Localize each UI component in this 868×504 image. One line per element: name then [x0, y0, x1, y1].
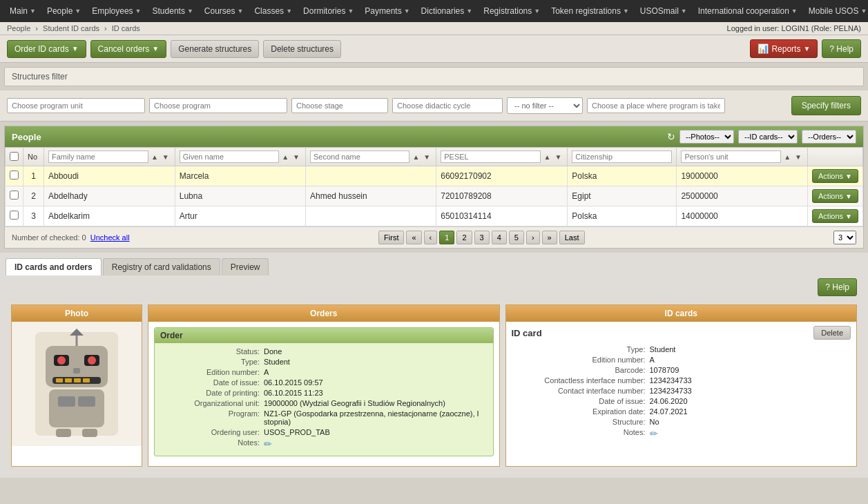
nav-usos-mail[interactable]: USOSmail ▼ — [635, 0, 693, 22]
photos-select[interactable]: --Photos-- — [679, 130, 734, 144]
row-checkbox[interactable] — [10, 171, 19, 180]
orders-select[interactable]: --Orders-- — [802, 130, 856, 144]
breadcrumb-people[interactable]: People — [7, 24, 30, 32]
order-org-unit-value: 19000000 (Wydzial Geografii i Studiów Re… — [264, 399, 445, 407]
page-3-button[interactable]: 3 — [474, 231, 490, 244]
last-page-button[interactable]: Last — [559, 231, 585, 244]
given-name-sort-asc[interactable]: ▲ — [280, 153, 290, 161]
nav-mobile[interactable]: Mobile USOS ▼ — [803, 0, 868, 22]
row-pesel: 72010789208 — [436, 186, 568, 206]
nav-payments[interactable]: Payments ▼ — [359, 0, 415, 22]
pesel-filter[interactable] — [441, 151, 541, 163]
given-name-filter[interactable] — [180, 151, 279, 163]
nav-employees[interactable]: Employees ▼ — [86, 0, 146, 22]
specify-filters-button[interactable]: Specify filters — [791, 96, 861, 115]
place-input[interactable] — [587, 98, 725, 113]
pesel-sort-asc[interactable]: ▲ — [542, 153, 552, 161]
row-checkbox[interactable] — [10, 211, 19, 220]
no-filter-select[interactable]: -- no filter -- — [507, 97, 583, 114]
nav-people[interactable]: People ▼ — [41, 0, 86, 22]
idcard-barcode-label: Barcode: — [512, 366, 650, 374]
tab-preview[interactable]: Preview — [222, 258, 269, 275]
idcard-header-row: ID card Delete — [512, 326, 851, 340]
nav-classes-arrow: ▼ — [286, 8, 292, 14]
row-checkbox[interactable] — [10, 191, 19, 200]
refresh-button[interactable]: ↻ — [667, 131, 675, 142]
select-all-checkbox[interactable] — [10, 152, 19, 161]
breadcrumb-student-id-cards[interactable]: Student ID cards — [43, 24, 99, 32]
nav-classes[interactable]: Classes ▼ — [249, 0, 298, 22]
tab-registry[interactable]: Registry of card validations — [103, 258, 220, 275]
second-name-sort-asc[interactable]: ▲ — [411, 153, 421, 161]
family-name-sort-desc[interactable]: ▼ — [161, 153, 171, 161]
persons-unit-sort-desc[interactable]: ▼ — [793, 153, 803, 161]
generate-structures-button[interactable]: Generate structures — [171, 40, 259, 58]
nav-dormitories[interactable]: Dormitories ▼ — [298, 0, 359, 22]
reports-button[interactable]: 📊 Reports ▼ — [750, 39, 818, 58]
nav-main[interactable]: Main ▼ — [4, 0, 41, 22]
stage-input[interactable] — [291, 98, 388, 113]
order-program-row: Program: NZ1-GP (Gospodarka przestrzenna… — [160, 409, 488, 426]
id-cards-select[interactable]: --ID cards-- — [738, 130, 798, 144]
bottom-help-button[interactable]: ? Help — [818, 278, 857, 296]
second-name-filter[interactable] — [310, 151, 409, 163]
help-button[interactable]: ? Help — [822, 39, 861, 58]
notes-edit-icon[interactable]: ✏ — [264, 438, 272, 449]
page-5-button[interactable]: 5 — [509, 231, 524, 244]
order-date-print-row: Date of printing: 06.10.2015 11:23 — [160, 389, 488, 397]
order-id-cards-button[interactable]: Order ID cards ▼ — [7, 40, 86, 58]
page-1-button[interactable]: 1 — [439, 231, 454, 244]
reports-arrow: ▼ — [803, 45, 810, 52]
didactic-cycle-input[interactable] — [392, 98, 503, 113]
row-actions-button[interactable]: Actions ▼ — [812, 169, 858, 183]
program-input[interactable] — [149, 98, 287, 113]
nav-courses[interactable]: Courses ▼ — [199, 0, 249, 22]
order-card-header: Order — [155, 328, 493, 343]
idcard-contact-label: Contact interface number: — [512, 387, 650, 395]
page-4-button[interactable]: 4 — [492, 231, 507, 244]
delete-structures-button[interactable]: Delete structures — [263, 40, 341, 58]
next-next-button[interactable]: » — [542, 231, 557, 244]
cancel-orders-button[interactable]: Cancel orders ▼ — [90, 40, 167, 58]
idcard-notes-edit-icon[interactable]: ✏ — [650, 428, 658, 439]
reports-icon: 📊 — [758, 43, 769, 54]
th-second-name: ▲ ▼ — [305, 148, 436, 166]
order-date-print-value: 06.10.2015 11:23 — [264, 389, 323, 397]
given-name-sort-desc[interactable]: ▼ — [291, 153, 301, 161]
first-page-button[interactable]: First — [378, 231, 404, 244]
second-name-sort-desc[interactable]: ▼ — [422, 153, 432, 161]
orders-panel: Orders Order Status: Done Type: Student — [148, 304, 500, 467]
program-unit-input[interactable] — [7, 98, 145, 113]
nav-international[interactable]: International cooperation ▼ — [693, 0, 803, 22]
persons-unit-sort-asc[interactable]: ▲ — [782, 153, 792, 161]
family-name-sort-asc[interactable]: ▲ — [150, 153, 160, 161]
nav-registrations[interactable]: Registrations ▼ — [478, 0, 546, 22]
pesel-sort-desc[interactable]: ▼ — [553, 153, 563, 161]
idcard-contact-row: Contact interface number: 1234234733 — [512, 387, 851, 395]
uncheck-all-link[interactable]: Uncheck all — [90, 233, 130, 242]
breadcrumb: People › Student ID cards › ID cards Log… — [0, 22, 868, 35]
delete-id-card-button[interactable]: Delete — [813, 326, 851, 340]
prev-button[interactable]: ‹ — [424, 231, 438, 244]
idcard-issue-row: Date of issue: 24.06.2020 — [512, 397, 851, 405]
citizenship-filter[interactable] — [572, 151, 672, 163]
order-program-label: Program: — [160, 409, 264, 426]
nav-dictionaries[interactable]: Dictionaries ▼ — [416, 0, 479, 22]
nav-token-registrations[interactable]: Token registrations ▼ — [546, 0, 635, 22]
page-2-button[interactable]: 2 — [456, 231, 472, 244]
actions-arrow-icon: ▼ — [845, 193, 852, 200]
th-checkbox — [6, 148, 23, 166]
family-name-filter[interactable] — [48, 151, 148, 163]
next-button[interactable]: › — [526, 231, 540, 244]
nav-students[interactable]: Students ▼ — [147, 0, 199, 22]
row-actions-button[interactable]: Actions ▼ — [812, 189, 858, 203]
row-given-name: Marcela — [175, 166, 305, 186]
prev-prev-button[interactable]: « — [406, 231, 421, 244]
row-actions-button[interactable]: Actions ▼ — [812, 209, 858, 223]
per-page-select[interactable]: 3 — [833, 231, 856, 244]
row-persons-unit: 25000000 — [677, 186, 808, 206]
persons-unit-filter[interactable] — [681, 151, 781, 163]
nav-international-arrow: ▼ — [791, 8, 798, 14]
row-pesel: 66092170902 — [436, 166, 568, 186]
tab-id-cards-orders[interactable]: ID cards and orders — [6, 258, 102, 275]
